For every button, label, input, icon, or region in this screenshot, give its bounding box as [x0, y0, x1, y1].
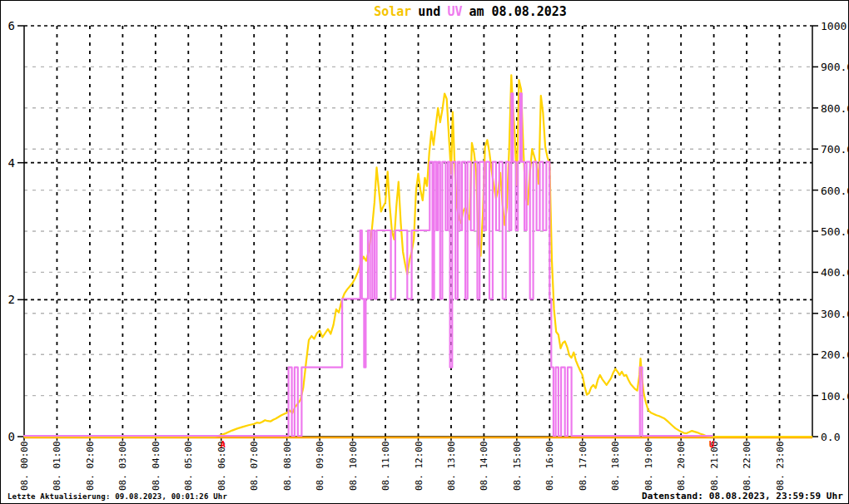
title-uv-label: UV [447, 4, 462, 19]
axis-label-right: 900.0 [821, 61, 849, 73]
title-date: am 08.08.2023 [469, 4, 566, 19]
title-conjunction: und [418, 4, 440, 19]
axis-label-right: 500.0 [821, 225, 849, 238]
axis-label-x: 08. 22:00 [742, 441, 752, 491]
axis-label-x: 08. 18:00 [610, 441, 621, 491]
chart-frame: 02460.0100.0200.0300.0400.0500.0600.0700… [0, 0, 849, 504]
axis-label-x: 08. 19:00 [643, 441, 654, 491]
axis-label-left: 4 [8, 156, 15, 170]
axis-label-x: 08. 01:00 [52, 441, 62, 491]
uv-series-line [24, 93, 712, 436]
solar-series-line [24, 75, 812, 437]
chart-title: SolarundUVam 08.08.2023 [92, 4, 848, 19]
axis-label-right: 100.0 [821, 390, 849, 403]
axis-label-x: 08. 15:00 [512, 441, 523, 491]
axis-label-right: 400.0 [821, 266, 849, 279]
axis-label-x: 08. 17:00 [578, 441, 588, 491]
axis-label-x: 08. 11:00 [380, 441, 391, 491]
title-solar-label: Solar [374, 4, 411, 19]
axis-label-left: 6 [8, 19, 15, 32]
axis-label-x: 08. 14:00 [479, 441, 489, 491]
data-state-text: Datenstand: 08.08.2023, 23:59:59 Uhr [642, 491, 843, 502]
axis-label-x: 08. 09:00 [315, 441, 325, 491]
last-update-text: Letzte Aktualisierung: 09.08.2023, 00:01… [7, 492, 227, 501]
axis-label-x: 08. 02:00 [85, 441, 96, 491]
axis-label-right: 0.0 [821, 431, 840, 443]
axis-label-right: 1000 [821, 20, 847, 32]
sunset-marker: U [709, 440, 714, 449]
axis-label-x: 08. 16:00 [544, 441, 555, 491]
axis-label-x: 08. 20:00 [676, 441, 687, 491]
axis-label-right: 700.0 [821, 143, 849, 156]
axis-label-x: 08. 08:00 [282, 441, 293, 491]
axis-label-right: 300.0 [821, 308, 849, 320]
axis-label-x: 08. 10:00 [348, 441, 359, 491]
axis-label-x: 08. 05:00 [183, 441, 194, 491]
axis-label-right: 800.0 [821, 102, 849, 115]
axis-label-x: 08. 04:00 [151, 441, 161, 491]
axis-label-left: 0 [8, 430, 15, 443]
sunrise-marker: A [221, 440, 226, 449]
axis-label-right: 600.0 [821, 185, 849, 197]
solar-uv-chart: 02460.0100.0200.0300.0400.0500.0600.0700… [1, 1, 849, 504]
axis-label-x: 08. 03:00 [117, 441, 128, 491]
axis-label-x: 08. 23:00 [775, 441, 786, 491]
axis-label-x: 08. 12:00 [414, 441, 424, 491]
axis-label-right: 200.0 [821, 348, 849, 361]
axis-label-left: 2 [8, 293, 15, 306]
axis-label-x: 08. 07:00 [249, 441, 260, 491]
axis-label-x: 08. 13:00 [446, 441, 457, 491]
axis-label-x: 08. 00:00 [19, 441, 30, 491]
